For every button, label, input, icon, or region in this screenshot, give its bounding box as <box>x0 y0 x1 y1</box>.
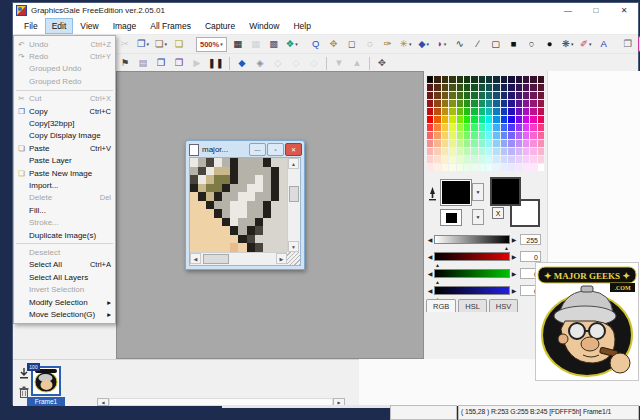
palette-cell[interactable] <box>457 76 463 83</box>
palette-cell[interactable] <box>530 124 536 131</box>
red-slider-value[interactable]: 0 <box>520 251 541 262</box>
palette-cell[interactable] <box>516 92 522 99</box>
frame-properties-icon[interactable]: ▤ <box>135 55 151 71</box>
palette-cell[interactable] <box>516 148 522 155</box>
palette-cell[interactable] <box>523 156 529 163</box>
duplicate-layer-icon[interactable]: ◈ <box>252 55 268 71</box>
airbrush-icon[interactable]: ❋▾ <box>560 36 576 52</box>
palette-cell[interactable] <box>523 100 529 107</box>
copy-icon[interactable]: ❐▾ <box>135 36 151 52</box>
menu-item-select-all[interactable]: Select AllCtrl+A <box>14 259 115 271</box>
palette-cell[interactable] <box>523 76 529 83</box>
palette-cell[interactable] <box>516 140 522 147</box>
palette-cell[interactable] <box>471 100 477 107</box>
green-slider-decrease-icon[interactable]: ◀ <box>426 270 434 277</box>
alpha-slider-decrease-icon[interactable]: ◀ <box>426 236 434 243</box>
palette-cell[interactable] <box>501 116 507 123</box>
palette-cell[interactable] <box>530 92 536 99</box>
palette-cell[interactable] <box>479 108 485 115</box>
palette-cell[interactable] <box>493 84 499 91</box>
menu-edit[interactable]: Edit <box>45 18 74 34</box>
palette-cell[interactable] <box>508 116 514 123</box>
palette-cell[interactable] <box>457 108 463 115</box>
palette-cell[interactable] <box>427 76 433 83</box>
palette-cell[interactable] <box>442 100 448 107</box>
palette-cell[interactable] <box>523 132 529 139</box>
palette-cell[interactable] <box>479 148 485 155</box>
palette-cell[interactable] <box>516 100 522 107</box>
alpha-slider-value[interactable]: 255 <box>520 234 541 245</box>
menu-item-import[interactable]: Import... <box>14 179 115 191</box>
palette-cell[interactable] <box>442 140 448 147</box>
palette-cell[interactable] <box>538 140 544 147</box>
palette-cell[interactable] <box>471 116 477 123</box>
palette-cell[interactable] <box>493 92 499 99</box>
zoom-level-combo[interactable]: 500%▾ <box>196 37 227 52</box>
palette-cell[interactable] <box>479 100 485 107</box>
palette-cell[interactable] <box>486 84 492 91</box>
menu-view[interactable]: View <box>73 18 105 34</box>
palette-cell[interactable] <box>516 108 522 115</box>
transform-icon[interactable]: ✥ <box>374 55 390 71</box>
palette-cell[interactable] <box>501 148 507 155</box>
palette-cell[interactable] <box>464 156 470 163</box>
palette-cell[interactable] <box>486 108 492 115</box>
palette-cell[interactable] <box>530 100 536 107</box>
palette-cell[interactable] <box>434 76 440 83</box>
palette-cell[interactable] <box>457 132 463 139</box>
palette-cell[interactable] <box>501 132 507 139</box>
pixel-canvas[interactable] <box>190 158 287 252</box>
image-minimize-button[interactable]: — <box>249 143 266 156</box>
tab-rgb[interactable]: RGB <box>426 299 456 312</box>
palette-cell[interactable] <box>442 84 448 91</box>
palette-cell[interactable] <box>434 140 440 147</box>
image-window[interactable]: major... — ▫ ✕ ▲ ▼ ◀ ▶ <box>185 140 305 270</box>
palette-cell[interactable] <box>434 100 440 107</box>
palette-cell[interactable] <box>449 92 455 99</box>
minimize-button[interactable]: — <box>554 3 582 18</box>
palette-cell[interactable] <box>471 140 477 147</box>
eyedropper-icon[interactable] <box>428 186 437 202</box>
color-picker-icon[interactable]: ✑ <box>380 36 396 52</box>
palette-cell[interactable] <box>523 92 529 99</box>
palette-cell[interactable] <box>493 100 499 107</box>
palette-cell[interactable] <box>457 116 463 123</box>
palette-cell[interactable] <box>442 76 448 83</box>
ellipse-filled-icon[interactable]: ● <box>542 36 558 52</box>
palette-cell[interactable] <box>516 164 522 171</box>
show-grid-icon[interactable]: ▦ <box>230 36 246 52</box>
red-slider-track[interactable]: ▲ <box>434 252 510 261</box>
palette-cell[interactable] <box>471 148 477 155</box>
palette-cell[interactable] <box>479 92 485 99</box>
palette-cell[interactable] <box>508 92 514 99</box>
palette-cell[interactable] <box>471 156 477 163</box>
ellipse-icon[interactable]: ○ <box>524 36 540 52</box>
palette-cell[interactable] <box>501 76 507 83</box>
magic-wand-icon[interactable]: ✳▾ <box>398 36 414 52</box>
pan-tool-icon[interactable]: ✥ <box>326 36 342 52</box>
palette-cell[interactable] <box>508 108 514 115</box>
current-color-swatch[interactable] <box>440 179 472 206</box>
palette-cell[interactable] <box>427 92 433 99</box>
capture-icon[interactable]: ⚑ <box>117 55 133 71</box>
palette-cell[interactable] <box>449 108 455 115</box>
image-maximize-button[interactable]: ▫ <box>267 143 284 156</box>
palette-cell[interactable] <box>434 92 440 99</box>
secondary-color-swatch[interactable] <box>440 209 462 226</box>
retouch-icon[interactable]: ✐▾ <box>578 36 594 52</box>
rect-icon[interactable]: ▢ <box>488 36 504 52</box>
palette-cell[interactable] <box>486 148 492 155</box>
palette-cell[interactable] <box>501 124 507 131</box>
palette-cell[interactable] <box>538 148 544 155</box>
rect-filled-icon[interactable]: ■ <box>506 36 522 52</box>
tab-hsv[interactable]: HSV <box>489 299 518 312</box>
menu-window[interactable]: Window <box>242 18 286 34</box>
palette-cell[interactable] <box>508 156 514 163</box>
menu-item-move-selection-g[interactable]: Move Selection(G)▸ <box>14 308 115 320</box>
palette-cell[interactable] <box>427 164 433 171</box>
secondary-color-dropdown[interactable]: ▼ <box>472 209 484 225</box>
palette-cell[interactable] <box>516 132 522 139</box>
palette-cell[interactable] <box>530 164 536 171</box>
palette-cell[interactable] <box>493 140 499 147</box>
palette-cell[interactable] <box>493 148 499 155</box>
